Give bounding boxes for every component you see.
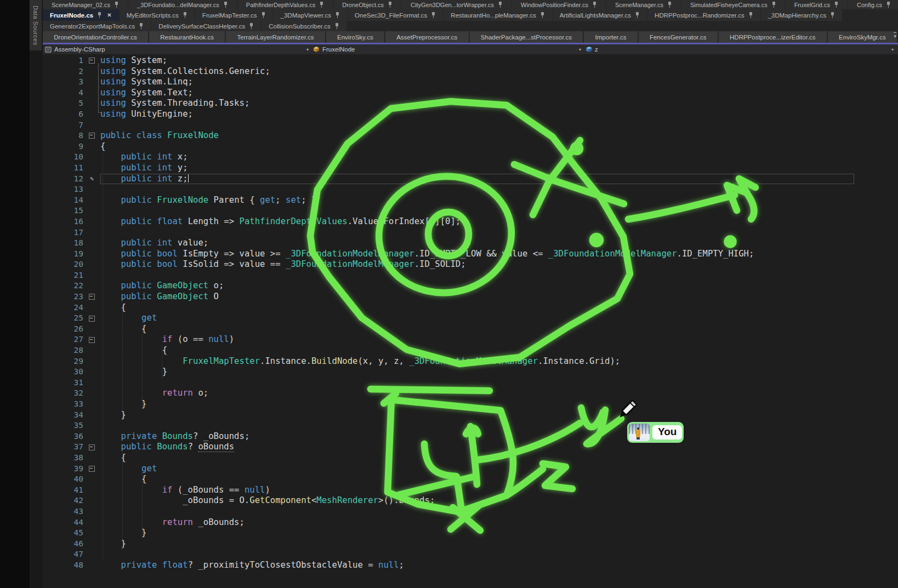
pin-icon[interactable] xyxy=(261,12,266,18)
code-editor[interactable]: 1using System;2using System.Collections.… xyxy=(43,54,898,588)
glyph-margin[interactable] xyxy=(83,345,100,356)
chevron-down-icon[interactable]: ▾ xyxy=(579,47,586,52)
glyph-margin[interactable] xyxy=(83,506,100,517)
pin-icon[interactable] xyxy=(834,2,839,8)
code-line[interactable]: 21 xyxy=(43,270,898,281)
glyph-margin[interactable] xyxy=(83,464,100,475)
pin-icon[interactable] xyxy=(540,12,545,18)
glyph-margin[interactable] xyxy=(83,292,100,302)
code-line[interactable]: 25 get xyxy=(43,313,898,324)
glyph-margin[interactable] xyxy=(83,109,100,120)
code-line[interactable]: 48 private float? _proximityToClosestObs… xyxy=(43,560,898,571)
pin-icon[interactable] xyxy=(771,2,776,8)
pin-icon[interactable] xyxy=(223,2,228,8)
glyph-margin[interactable] xyxy=(83,420,100,431)
code-line[interactable]: 27 if (o == null) xyxy=(43,334,898,345)
code-line[interactable]: 38 { xyxy=(43,453,898,464)
code-line[interactable]: 31 xyxy=(43,378,898,389)
glyph-margin[interactable] xyxy=(83,410,100,421)
glyph-margin[interactable] xyxy=(83,453,100,464)
code-line[interactable]: 40 { xyxy=(43,474,898,485)
code-line[interactable]: 17 xyxy=(43,227,898,238)
pin-icon[interactable] xyxy=(114,2,119,8)
glyph-margin[interactable] xyxy=(83,528,100,539)
glyph-margin[interactable] xyxy=(83,152,100,163)
tab[interactable]: FruxelMapTester.cs xyxy=(195,9,273,21)
code-line[interactable]: 46 } xyxy=(43,539,898,550)
pin-icon[interactable] xyxy=(748,12,753,18)
tab[interactable]: WindowPositionFinder.cs xyxy=(512,0,606,9)
chevron-down-icon[interactable]: ▾ xyxy=(891,47,898,52)
code-line[interactable]: 1using System; xyxy=(43,55,898,66)
code-line[interactable]: 24 { xyxy=(43,302,898,313)
tab[interactable]: _3DMapViewer.cs xyxy=(274,9,347,21)
pin-icon[interactable] xyxy=(592,2,597,8)
glyph-margin[interactable] xyxy=(83,442,100,453)
fold-marker-icon[interactable] xyxy=(89,444,95,450)
code-line[interactable]: 39 get xyxy=(43,464,898,475)
code-line[interactable]: 32 return o; xyxy=(43,388,898,399)
glyph-margin[interactable] xyxy=(83,560,100,571)
code-line[interactable]: 13 xyxy=(43,184,898,195)
tab[interactable]: OneSec3D_FileFormat.cs xyxy=(348,9,443,21)
glyph-margin[interactable] xyxy=(83,399,100,410)
glyph-margin[interactable] xyxy=(83,238,100,249)
code-line[interactable]: 15 xyxy=(43,205,898,216)
pin-icon[interactable] xyxy=(139,23,144,29)
pin-icon[interactable] xyxy=(667,2,672,8)
glyph-margin[interactable] xyxy=(83,88,100,99)
breadcrumb-member[interactable]: z ▾ xyxy=(586,44,898,54)
tab[interactable]: SceneManager_02.cs xyxy=(43,0,128,9)
tab[interactable]: ShaderPackage...stProcessor.cs xyxy=(470,31,583,43)
code-line[interactable]: 43 xyxy=(43,506,898,517)
glyph-margin[interactable] xyxy=(83,141,100,152)
code-line[interactable]: 44 return _oBounds; xyxy=(43,517,898,528)
tab[interactable]: Generator2ExportMapTools.cs xyxy=(43,21,151,31)
code-line[interactable]: 6using UnityEngine; xyxy=(43,109,898,120)
tab[interactable]: Importer.cs xyxy=(584,31,637,43)
code-line[interactable]: 36 private Bounds? _oBounds; xyxy=(43,431,898,442)
glyph-margin[interactable] xyxy=(83,388,100,399)
fold-marker-icon[interactable] xyxy=(89,133,95,139)
glyph-margin[interactable] xyxy=(83,195,100,206)
code-line[interactable]: 35 xyxy=(43,420,898,431)
code-line[interactable]: 14 public FruxelNode Parent { get; set; … xyxy=(43,195,898,206)
code-line[interactable]: 7 xyxy=(43,120,898,131)
fold-marker-icon[interactable] xyxy=(89,466,95,472)
glyph-margin[interactable] xyxy=(83,517,100,528)
glyph-margin[interactable] xyxy=(83,549,100,560)
code-line[interactable]: 10 public int x; xyxy=(43,152,898,163)
tab[interactable]: HDRPPostproc...Randomizer.cs xyxy=(647,9,760,21)
code-line[interactable]: 11 public int y; xyxy=(43,163,898,174)
code-line[interactable]: 33 } xyxy=(43,399,898,410)
pin-icon[interactable] xyxy=(334,23,339,29)
tab[interactable]: CollisionSubscriber.cs xyxy=(262,21,346,31)
code-line[interactable]: 2using System.Collections.Generic; xyxy=(43,66,898,77)
tab[interactable]: RestaurantHo...pleManager.cs xyxy=(444,9,552,21)
glyph-margin[interactable] xyxy=(83,378,100,389)
tab[interactable]: EnviroSky.cs xyxy=(326,31,384,43)
glyph-margin[interactable] xyxy=(83,163,100,174)
code-line[interactable]: 37 public Bounds? oBounds xyxy=(43,442,898,453)
pin-icon[interactable] xyxy=(319,2,324,8)
tab-overflow-icon[interactable]: ▾ xyxy=(894,32,896,39)
glyph-margin[interactable] xyxy=(83,120,100,131)
code-line[interactable]: 12✎ public int z; xyxy=(43,174,898,185)
glyph-margin[interactable] xyxy=(83,184,100,195)
tab[interactable]: DeliverySurfaceClassHelper.cs xyxy=(151,21,261,31)
code-line[interactable]: 23 public GameObject O xyxy=(43,292,898,302)
pin-icon[interactable] xyxy=(431,12,436,18)
glyph-margin[interactable] xyxy=(83,313,100,324)
glyph-margin[interactable] xyxy=(83,539,100,550)
code-line[interactable]: 5using System.Threading.Tasks; xyxy=(43,98,898,109)
glyph-margin[interactable] xyxy=(83,334,100,345)
tab[interactable]: HDRPPostproce...izerEditor.cs xyxy=(719,31,827,43)
code-line[interactable]: 18 public int value; xyxy=(43,238,898,249)
fold-marker-icon[interactable] xyxy=(89,316,95,322)
code-line[interactable]: 47 xyxy=(43,549,898,560)
tab[interactable]: FruxelNode.cs✕ xyxy=(43,9,119,21)
tab[interactable]: CityGen3DGen...torWrapper.cs xyxy=(402,0,511,9)
tab[interactable]: FruxelGrid.cs xyxy=(786,0,848,9)
glyph-margin[interactable] xyxy=(83,216,100,227)
tab[interactable]: AssetPreprocessor.cs xyxy=(385,31,469,43)
